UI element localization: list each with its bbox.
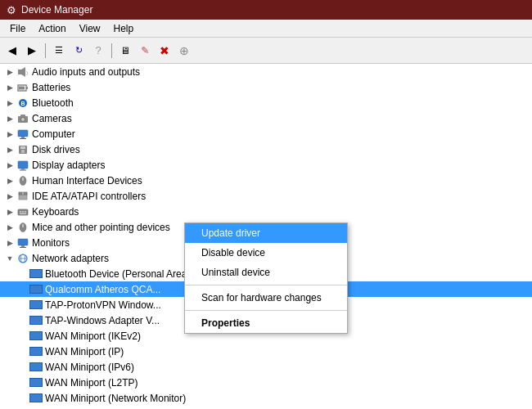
toolbar-edit[interactable]: ✎ (136, 42, 154, 60)
title-bar-icon: ⚙ (7, 4, 16, 16)
expand-icon (16, 283, 29, 296)
node-label: IDE ATA/ATAPI controllers (32, 191, 146, 202)
expand-icon[interactable]: ▶ (3, 97, 16, 110)
tree-item-keyboards[interactable]: ▶Keyboards (0, 204, 532, 219)
svg-rect-32 (18, 239, 28, 245)
node-icon (16, 221, 29, 234)
node-label: WAN Miniport (Network Monitor) (45, 393, 186, 404)
tree-item-wannm[interactable]: WAN Miniport (Network Monitor) (0, 390, 532, 406)
node-label: Monitors (32, 237, 70, 249)
toolbar-forward[interactable]: ▶ (23, 42, 41, 60)
tree-item-diskdrives[interactable]: ▶Disk drives (0, 142, 532, 157)
context-menu-separator (185, 285, 347, 285)
node-icon (16, 112, 29, 125)
expand-icon[interactable]: ▶ (3, 81, 16, 94)
expand-icon[interactable]: ▶ (3, 190, 16, 203)
tree-item-computer[interactable]: ▶Computer (0, 126, 532, 142)
node-label: Qualcomm Atheros QCA... (45, 284, 160, 295)
tree-item-displayadapters[interactable]: ▶Display adapters (0, 157, 532, 173)
toolbar-properties[interactable]: ☰ (50, 42, 68, 60)
svg-rect-11 (18, 130, 28, 137)
tree-item-wanpppoe[interactable]: WAN Miniport (PPPOE) (0, 406, 532, 409)
node-label: Cameras (32, 113, 72, 124)
toolbar-add[interactable]: ⊕ (175, 42, 193, 60)
tree-item-audio[interactable]: ▶)Audio inputs and outputs (0, 64, 532, 79)
expand-icon (16, 314, 29, 327)
toolbar-update[interactable]: ↻ (70, 42, 88, 60)
svg-rect-19 (20, 169, 26, 170)
svg-rect-12 (21, 137, 25, 138)
svg-rect-33 (21, 245, 25, 247)
svg-rect-10 (20, 115, 25, 117)
svg-rect-28 (25, 211, 26, 213)
expand-icon (16, 330, 29, 343)
title-bar: ⚙ Device Manager (0, 0, 532, 20)
expand-icon (16, 345, 29, 358)
toolbar-device[interactable]: 🖥 (116, 42, 134, 60)
tree-item-bluetooth[interactable]: ▶BBluetooth (0, 95, 532, 110)
menu-action[interactable]: Action (32, 21, 72, 35)
toolbar: ◀ ▶ ☰ ↻ ? 🖥 ✎ ✖ ⊕ (0, 38, 532, 64)
svg-rect-26 (20, 211, 21, 213)
device-tree[interactable]: ▶)Audio inputs and outputs▶Batteries▶BBl… (0, 64, 532, 409)
svg-rect-15 (20, 146, 25, 149)
context-menu-item-update[interactable]: Update driver (185, 223, 347, 243)
menu-view[interactable]: View (73, 21, 107, 35)
node-label: Network adapters (32, 253, 109, 264)
expand-icon[interactable]: ▶ (3, 112, 16, 125)
svg-rect-4 (26, 87, 28, 89)
toolbar-remove[interactable]: ✖ (156, 42, 174, 60)
svg-text:B: B (21, 101, 25, 106)
svg-text:): ) (26, 70, 28, 75)
expand-icon (16, 361, 29, 374)
tree-item-batteries[interactable]: ▶Batteries (0, 79, 532, 95)
node-icon (16, 143, 29, 156)
svg-rect-16 (21, 150, 25, 153)
tree-item-wanl2tp[interactable]: WAN Miniport (L2TP) (0, 375, 532, 390)
tree-item-hid[interactable]: ▶Human Interface Devices (0, 173, 532, 188)
node-icon (16, 205, 29, 218)
context-menu-item-disable[interactable]: Disable device (185, 243, 347, 263)
node-label: Display adapters (32, 160, 105, 171)
node-icon (16, 128, 29, 141)
svg-rect-18 (21, 169, 25, 170)
context-menu-item-uninstall[interactable]: Uninstall device (185, 263, 347, 282)
svg-rect-29 (20, 213, 26, 214)
menu-file[interactable]: File (3, 21, 32, 35)
node-icon (16, 81, 29, 94)
node-icon: B (16, 97, 29, 110)
node-icon (16, 252, 29, 265)
node-label: WAN Miniport (IP) (45, 346, 124, 357)
svg-rect-13 (20, 138, 26, 139)
expand-icon (16, 299, 29, 312)
expand-icon[interactable]: ▶ (3, 128, 16, 141)
context-menu-item-properties[interactable]: Properties (185, 313, 347, 333)
node-label: Disk drives (32, 144, 80, 155)
svg-point-9 (21, 117, 25, 121)
tree-item-cameras[interactable]: ▶Cameras (0, 110, 532, 126)
node-icon (16, 174, 29, 187)
expand-icon[interactable]: ▶ (3, 174, 16, 187)
expand-icon[interactable]: ▶ (3, 236, 16, 249)
expand-icon[interactable]: ▶ (3, 65, 16, 79)
tree-item-wanip[interactable]: WAN Miniport (IP) (0, 344, 532, 359)
tree-item-ide[interactable]: ▶IDE ATA/ATAPI controllers (0, 188, 532, 204)
toolbar-help[interactable]: ? (89, 42, 107, 60)
node-icon: ) (16, 65, 29, 79)
context-menu-item-scan[interactable]: Scan for hardware changes (185, 288, 347, 308)
expand-icon[interactable]: ▶ (3, 159, 16, 172)
tree-item-wanipv6[interactable]: WAN Miniport (IPv6) (0, 359, 532, 375)
svg-rect-5 (19, 86, 25, 89)
node-label: Human Interface Devices (32, 175, 142, 187)
expand-icon[interactable]: ▶ (3, 221, 16, 234)
expand-icon[interactable]: ▶ (3, 143, 16, 156)
expand-icon[interactable]: ▶ (3, 205, 16, 218)
expand-icon[interactable]: ▼ (3, 252, 16, 265)
node-label: Audio inputs and outputs (32, 66, 140, 78)
menu-help[interactable]: Help (107, 21, 141, 35)
menu-bar: File Action View Help (0, 20, 532, 38)
node-label: TAP-ProtonVPN Window... (45, 299, 161, 311)
node-label: TAP-Windows Adapter V... (45, 315, 160, 326)
expand-icon (16, 376, 29, 389)
toolbar-back[interactable]: ◀ (3, 42, 21, 60)
